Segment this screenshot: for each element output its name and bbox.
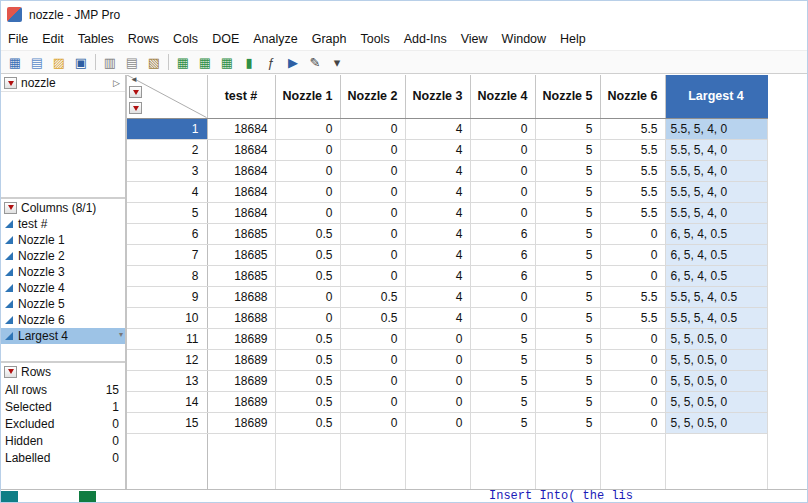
cell[interactable]: 5.5, 5, 4, 0 (665, 160, 767, 181)
cell[interactable]: 0.5 (275, 328, 340, 349)
menu-item-doe[interactable]: DOE (205, 29, 246, 49)
sidebar-item-nozzle-2[interactable]: Nozzle 2 (1, 248, 125, 264)
cell[interactable]: 0 (340, 349, 405, 370)
expand-panel-icon[interactable]: ▷ (113, 78, 122, 88)
rows-stat-labelled[interactable]: Labelled0 (1, 449, 125, 466)
menu-item-window[interactable]: Window (495, 29, 553, 49)
cell[interactable]: 0 (340, 139, 405, 160)
cell[interactable]: 0.5 (275, 223, 340, 244)
cell[interactable]: 5 (535, 328, 600, 349)
menu-item-file[interactable]: File (1, 29, 35, 49)
sidebar-item-nozzle-4[interactable]: Nozzle 4 (1, 280, 125, 296)
cell[interactable]: 18689 (207, 391, 275, 412)
cell[interactable]: 0 (275, 160, 340, 181)
cell[interactable]: 0 (275, 118, 340, 139)
cell[interactable]: 0 (340, 328, 405, 349)
cell[interactable]: 5 (470, 328, 535, 349)
cell[interactable]: 5.5 (600, 181, 665, 202)
cell[interactable]: 18685 (207, 244, 275, 265)
cell[interactable]: 0.5 (275, 349, 340, 370)
row-number[interactable]: 8 (127, 265, 207, 286)
menu-item-graph[interactable]: Graph (305, 29, 354, 49)
cell[interactable]: 5 (470, 370, 535, 391)
cell[interactable]: 18688 (207, 286, 275, 307)
cell[interactable]: 4 (405, 181, 470, 202)
cell[interactable]: 5.5, 5, 4, 0 (665, 118, 767, 139)
row-number[interactable]: 6 (127, 223, 207, 244)
menu-item-rows[interactable]: Rows (121, 29, 166, 49)
cell[interactable]: 5 (535, 118, 600, 139)
menu-item-cols[interactable]: Cols (166, 29, 205, 49)
cell[interactable]: 0 (340, 223, 405, 244)
cell[interactable]: 0 (340, 265, 405, 286)
cell[interactable]: 5.5 (600, 307, 665, 328)
cell[interactable]: 5.5 (600, 286, 665, 307)
run-script-icon[interactable]: ▶ (283, 53, 303, 72)
cell[interactable]: 4 (405, 118, 470, 139)
row-number[interactable]: 12 (127, 349, 207, 370)
rows-stat-all-rows[interactable]: All rows15 (1, 381, 125, 398)
copy-icon[interactable]: ▤ (122, 53, 142, 72)
row-number[interactable]: 1 (127, 118, 207, 139)
columns-menu-red-triangle-icon[interactable] (129, 86, 142, 98)
cell[interactable]: 0 (340, 118, 405, 139)
cell[interactable]: 0.5 (275, 412, 340, 433)
cell[interactable]: 0.5 (340, 286, 405, 307)
cell[interactable]: 5, 5, 0.5, 0 (665, 391, 767, 412)
cell[interactable]: 5 (470, 349, 535, 370)
cell[interactable]: 0 (470, 202, 535, 223)
cell[interactable]: 0 (470, 160, 535, 181)
open-icon[interactable]: ▨ (49, 53, 69, 72)
menu-item-view[interactable]: View (454, 29, 495, 49)
row-number[interactable]: 15 (127, 412, 207, 433)
cell[interactable]: 18689 (207, 412, 275, 433)
cell[interactable]: 5 (535, 307, 600, 328)
cell[interactable]: 5 (535, 244, 600, 265)
toolbar-dropdown-icon[interactable]: ▾ (327, 53, 347, 72)
row-number[interactable]: 11 (127, 328, 207, 349)
cell[interactable]: 4 (405, 160, 470, 181)
cell[interactable]: 5, 5, 0.5, 0 (665, 328, 767, 349)
cell[interactable]: 5 (535, 349, 600, 370)
cell[interactable]: 4 (405, 223, 470, 244)
cell[interactable]: 0 (275, 307, 340, 328)
cell[interactable]: 0 (340, 244, 405, 265)
sidebar-item-test[interactable]: test # (1, 216, 125, 232)
cell[interactable]: 5 (535, 391, 600, 412)
cell[interactable]: 4 (405, 139, 470, 160)
column-header-nozzle-5[interactable]: Nozzle 5 (535, 75, 600, 118)
cell[interactable]: 18689 (207, 370, 275, 391)
paste-icon[interactable]: ▧ (144, 53, 164, 72)
cell[interactable]: 0 (600, 349, 665, 370)
row-number[interactable]: 2 (127, 139, 207, 160)
column-header-nozzle-6[interactable]: Nozzle 6 (600, 75, 665, 118)
cell[interactable]: 0 (405, 349, 470, 370)
graph-builder-icon[interactable]: ▮ (239, 53, 259, 72)
new-data-table-icon[interactable]: ▦ (5, 53, 25, 72)
cell[interactable]: 4 (405, 244, 470, 265)
row-number[interactable]: 9 (127, 286, 207, 307)
join-table-icon[interactable]: ▦ (217, 53, 237, 72)
sidebar-item-nozzle-1[interactable]: Nozzle 1 (1, 232, 125, 248)
cell[interactable]: 5 (535, 412, 600, 433)
cell[interactable]: 6, 5, 4, 0.5 (665, 223, 767, 244)
cell[interactable]: 18685 (207, 265, 275, 286)
cell[interactable]: 0.5 (340, 307, 405, 328)
cell[interactable]: 0 (470, 181, 535, 202)
column-header-largest-4[interactable]: Largest 4 (665, 75, 767, 118)
cell[interactable]: 5 (470, 391, 535, 412)
cell[interactable]: 5 (535, 265, 600, 286)
cell[interactable]: 6 (470, 223, 535, 244)
subset-table-icon[interactable]: ▦ (195, 53, 215, 72)
cell[interactable]: 18685 (207, 223, 275, 244)
cell[interactable]: 0 (600, 244, 665, 265)
cell[interactable]: 5 (535, 139, 600, 160)
cell[interactable]: 0 (600, 391, 665, 412)
cell[interactable]: 5.5 (600, 160, 665, 181)
columns-menu-red-triangle-icon[interactable] (4, 202, 17, 214)
cell[interactable]: 0 (405, 391, 470, 412)
cell[interactable]: 18684 (207, 202, 275, 223)
script-editor-icon[interactable]: ✎ (305, 53, 325, 72)
cell[interactable]: 18684 (207, 139, 275, 160)
cell[interactable]: 0 (340, 370, 405, 391)
